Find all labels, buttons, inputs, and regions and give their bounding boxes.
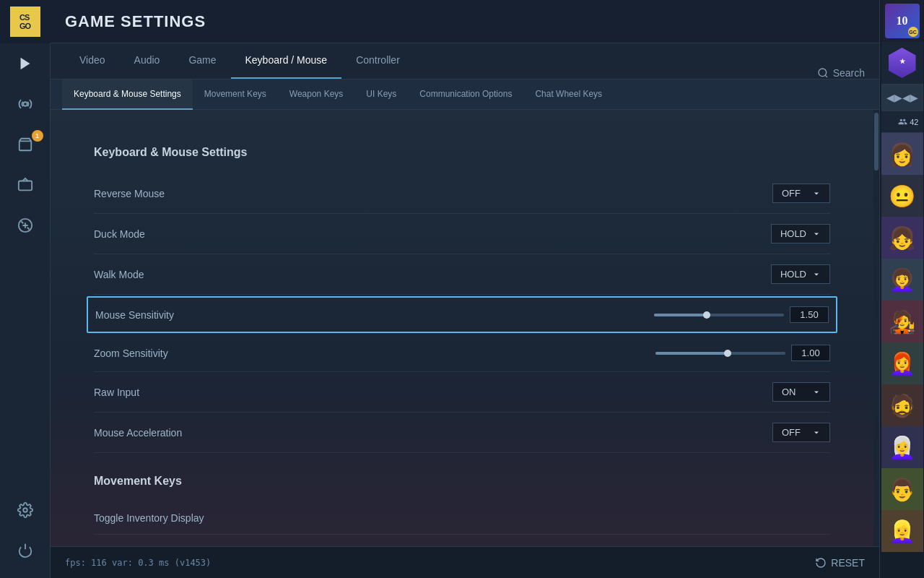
nav-tabs: Video Audio Game Keyboard / Mouse Contro… xyxy=(51,43,879,79)
reverse-mouse-control: OFF xyxy=(310,184,830,203)
setting-zoom-sensitivity: Zoom Sensitivity 1.00 xyxy=(94,335,830,372)
friend-avatar-2[interactable]: 😐 xyxy=(881,175,923,217)
zoom-sensitivity-label: Zoom Sensitivity xyxy=(94,348,310,359)
logo[interactable]: CSGO xyxy=(0,0,51,43)
subtab-chat-wheel-keys[interactable]: Chat Wheel Keys xyxy=(523,79,614,110)
sidebar-item-stats[interactable] xyxy=(0,205,51,246)
friend-count: 42 xyxy=(910,118,918,126)
arrows-display: ◀▶◀▶ xyxy=(881,84,923,111)
raw-input-label: Raw Input xyxy=(94,387,310,398)
csgo-logo: CSGO xyxy=(10,7,40,37)
svg-point-5 xyxy=(23,508,27,512)
friends-list: 👩 😐 👧 👩‍🦱 🧑‍🎤 👩‍🦰 🧔 👩‍🦳 👨 👱‍♀️ xyxy=(881,133,923,552)
fps-display: fps: 116 var: 0.3 ms (v1453) xyxy=(65,558,211,568)
friend-avatar-8[interactable]: 👩‍🦳 xyxy=(881,426,923,468)
toggle-inventory-label: Toggle Inventory Display xyxy=(94,512,310,524)
page-title: GAME SETTINGS xyxy=(65,12,206,31)
friend-avatar-6[interactable]: 👩‍🦰 xyxy=(881,342,923,384)
friend-avatar-3[interactable]: 👧 xyxy=(881,217,923,259)
scrollbar[interactable] xyxy=(873,110,879,546)
tab-game[interactable]: Game xyxy=(174,43,230,79)
search-button[interactable]: Search xyxy=(817,67,865,79)
sub-tabs: Keyboard & Mouse Settings Movement Keys … xyxy=(51,79,879,110)
sidebar-item-antenna[interactable] xyxy=(0,84,51,124)
section-title-keyboard-mouse: Keyboard & Mouse Settings xyxy=(94,146,830,159)
setting-reverse-mouse: Reverse Mouse OFF xyxy=(94,173,830,214)
svg-marker-0 xyxy=(20,58,30,70)
duck-mode-label: Duck Mode xyxy=(94,228,310,240)
zoom-sensitivity-track[interactable] xyxy=(655,352,785,355)
setting-raw-input: Raw Input ON xyxy=(94,372,830,413)
tab-audio[interactable]: Audio xyxy=(120,43,175,79)
header: GAME SETTINGS xyxy=(51,0,879,43)
mouse-sensitivity-control: 1.50 xyxy=(312,306,829,323)
friend-count-display: 42 xyxy=(881,111,923,133)
subtab-communication-options[interactable]: Communication Options xyxy=(408,79,523,110)
zoom-sensitivity-thumb xyxy=(724,350,731,357)
mouse-sensitivity-value[interactable]: 1.50 xyxy=(790,306,829,323)
setting-duck-mode: Duck Mode HOLD xyxy=(94,214,830,254)
walk-mode-label: Walk Mode xyxy=(94,269,310,280)
reverse-mouse-label: Reverse Mouse xyxy=(94,188,310,199)
sidebar-item-tv[interactable] xyxy=(0,165,51,205)
setting-walk-mode: Walk Mode HOLD xyxy=(94,254,830,295)
friend-avatar-4[interactable]: 👩‍🦱 xyxy=(881,259,923,301)
zoom-sensitivity-fill xyxy=(655,352,727,355)
right-panel: 10 GC ★ ◀▶◀▶ 42 👩 😐 👧 👩‍🦱 xyxy=(879,0,924,578)
raw-input-dropdown[interactable]: ON xyxy=(772,382,830,402)
setting-move-forward: Move Forward W xyxy=(94,535,830,546)
sidebar-item-settings[interactable] xyxy=(0,490,51,530)
tab-video[interactable]: Video xyxy=(65,43,120,79)
setting-mouse-sensitivity: Mouse Sensitivity 1.50 xyxy=(87,296,837,333)
svg-line-7 xyxy=(825,75,827,77)
search-label: Search xyxy=(833,67,865,79)
mouse-sensitivity-thumb xyxy=(703,311,710,319)
subtab-ui-keys[interactable]: UI Keys xyxy=(354,79,408,110)
friend-avatar-9[interactable]: 👨 xyxy=(881,468,923,510)
mouse-sensitivity-label: Mouse Sensitivity xyxy=(95,309,312,321)
zoom-sensitivity-control: 1.00 xyxy=(310,345,830,361)
reverse-mouse-dropdown[interactable]: OFF xyxy=(772,184,830,203)
settings-content: Keyboard & Mouse Settings Reverse Mouse … xyxy=(51,110,873,546)
reset-button[interactable]: RESET xyxy=(815,557,865,569)
scrollbar-thumb[interactable] xyxy=(874,113,879,171)
friend-avatar-7[interactable]: 🧔 xyxy=(881,384,923,426)
duck-mode-control: HOLD xyxy=(310,224,830,243)
footer: fps: 116 var: 0.3 ms (v1453) RESET xyxy=(51,546,879,578)
mouse-acceleration-label: Mouse Acceleration xyxy=(94,427,310,439)
setting-mouse-acceleration: Mouse Acceleration OFF xyxy=(94,413,830,453)
svg-rect-2 xyxy=(19,141,31,150)
zoom-sensitivity-value[interactable]: 1.00 xyxy=(791,345,830,361)
mouse-acceleration-control: OFF xyxy=(310,423,830,442)
tab-controller[interactable]: Controller xyxy=(341,43,414,79)
sidebar-item-power[interactable] xyxy=(0,530,51,571)
duck-mode-dropdown[interactable]: HOLD xyxy=(771,224,830,243)
svg-point-1 xyxy=(23,102,27,106)
shield-rank: ★ xyxy=(881,42,923,84)
setting-toggle-inventory: Toggle Inventory Display xyxy=(94,502,830,535)
tab-keyboard-mouse[interactable]: Keyboard / Mouse xyxy=(231,43,342,79)
mouse-sensitivity-fill xyxy=(654,314,706,316)
walk-mode-dropdown[interactable]: HOLD xyxy=(771,264,830,284)
svg-rect-3 xyxy=(18,181,31,191)
sidebar-item-play[interactable] xyxy=(0,43,51,84)
svg-point-6 xyxy=(819,69,827,77)
subtab-movement-keys[interactable]: Movement Keys xyxy=(193,79,278,110)
friend-avatar-10[interactable]: 👱‍♀️ xyxy=(881,510,923,552)
friend-avatar-5[interactable]: 🧑‍🎤 xyxy=(881,301,923,342)
main-area: GAME SETTINGS Video Audio Game Keyboard … xyxy=(51,0,879,578)
subtab-weapon-keys[interactable]: Weapon Keys xyxy=(278,79,355,110)
raw-input-control: ON xyxy=(310,382,830,402)
rank-number: 10 xyxy=(897,14,908,27)
section-title-movement-keys: Movement Keys xyxy=(94,475,830,488)
walk-mode-control: HOLD xyxy=(310,264,830,284)
mouse-sensitivity-track[interactable] xyxy=(654,314,784,316)
rank-display: 10 GC xyxy=(881,0,923,42)
friend-avatar-1[interactable]: 👩 xyxy=(881,133,923,175)
subtab-keyboard-mouse-settings[interactable]: Keyboard & Mouse Settings xyxy=(62,79,193,110)
store-badge: 1 xyxy=(32,130,43,142)
reset-label: RESET xyxy=(831,557,865,569)
sidebar: CSGO 1 xyxy=(0,0,51,578)
mouse-acceleration-dropdown[interactable]: OFF xyxy=(772,423,830,442)
sidebar-item-store[interactable]: 1 xyxy=(0,124,51,165)
